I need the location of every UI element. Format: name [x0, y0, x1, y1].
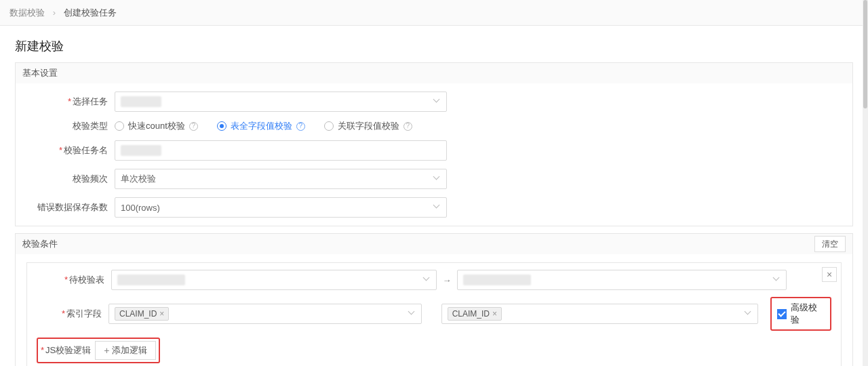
basic-settings-header: 基本设置	[16, 63, 852, 83]
advanced-check-highlight: 高级校验	[770, 297, 831, 331]
source-table-dropdown[interactable]	[111, 270, 437, 290]
task-name-input[interactable]	[115, 140, 447, 161]
frequency-dropdown[interactable]: 单次校验	[115, 169, 447, 189]
radio-icon	[217, 121, 226, 131]
remove-tag-icon[interactable]: ×	[492, 309, 497, 319]
label-check-type: 校验类型	[26, 120, 115, 132]
info-icon[interactable]: ?	[296, 122, 305, 131]
condition-header: 校验条件 清空	[16, 234, 852, 254]
radio-fast-count[interactable]: 快速count校验 ?	[115, 120, 198, 132]
plus-icon: +	[104, 346, 109, 355]
redacted-text	[121, 96, 161, 107]
chevron-down-icon	[424, 277, 431, 283]
save-rows-dropdown[interactable]: 100(rows)	[115, 197, 447, 218]
breadcrumb-current: 创建校验任务	[64, 7, 117, 18]
label-table-to-check: *待校验表	[37, 274, 111, 286]
condition-title: 校验条件	[22, 234, 58, 254]
chevron-down-icon	[434, 176, 441, 182]
chevron-down-icon	[434, 98, 441, 105]
radio-label: 表全字段值校验	[231, 120, 292, 132]
arrow-right-icon: →	[439, 275, 454, 285]
frequency-value: 单次校验	[121, 173, 156, 185]
redacted-text	[463, 274, 531, 285]
page-title: 新建校验	[0, 26, 868, 62]
chevron-down-icon	[409, 310, 416, 317]
label-save-rows: 错误数据保存条数	[26, 201, 115, 214]
add-logic-label: 添加逻辑	[112, 344, 147, 357]
save-rows-value: 100(rows)	[121, 203, 160, 213]
breadcrumb: 数据校验 › 创建校验任务	[0, 0, 868, 26]
index-tag: CLAIM_ID ×	[115, 307, 169, 321]
basic-settings-panel: 基本设置 *选择任务 校验类型 快速count校验	[15, 62, 853, 226]
radio-icon	[115, 121, 124, 131]
chevron-down-icon	[745, 310, 752, 317]
tag-label: CLAIM_ID	[452, 309, 490, 319]
radio-full-field[interactable]: 表全字段值校验 ?	[217, 120, 305, 132]
add-logic-button[interactable]: + 添加逻辑	[95, 341, 156, 360]
label-js-logic: *JS校验逻辑	[41, 344, 91, 357]
check-type-radio-group: 快速count校验 ? 表全字段值校验 ? 关联字段值校验 ?	[115, 120, 412, 132]
label-select-task: *选择任务	[26, 96, 115, 108]
chevron-right-icon: ›	[53, 7, 56, 18]
radio-label: 快速count校验	[128, 120, 185, 132]
radio-label: 关联字段值校验	[338, 120, 399, 132]
target-index-dropdown[interactable]: CLAIM_ID ×	[441, 304, 758, 324]
condition-block: × *待校验表 → *索引字段	[26, 262, 842, 366]
condition-panel: 校验条件 清空 × *待校验表 →	[15, 233, 853, 366]
label-index-field: *索引字段	[37, 308, 108, 320]
index-tag: CLAIM_ID ×	[448, 307, 502, 321]
radio-related-field[interactable]: 关联字段值校验 ?	[324, 120, 412, 132]
info-icon[interactable]: ?	[189, 122, 198, 131]
advanced-check-label: 高级校验	[791, 302, 825, 326]
clear-button[interactable]: 清空	[814, 236, 846, 252]
radio-icon	[324, 121, 334, 131]
target-table-dropdown[interactable]	[457, 270, 787, 290]
close-condition-button[interactable]: ×	[822, 267, 837, 282]
remove-tag-icon[interactable]: ×	[159, 309, 164, 319]
info-icon[interactable]: ?	[403, 122, 412, 131]
chevron-down-icon	[434, 204, 441, 211]
advanced-check-checkbox[interactable]	[777, 309, 787, 319]
chevron-down-icon	[774, 277, 781, 283]
breadcrumb-root[interactable]: 数据校验	[9, 7, 45, 18]
tag-label: CLAIM_ID	[119, 309, 157, 319]
label-frequency: 校验频次	[26, 173, 115, 185]
scrollbar[interactable]	[863, 0, 868, 366]
basic-settings-title: 基本设置	[22, 63, 58, 83]
close-icon: ×	[827, 270, 832, 279]
label-task-name: *校验任务名	[26, 144, 115, 157]
redacted-text	[117, 274, 185, 285]
redacted-text	[121, 145, 161, 156]
js-logic-highlight: *JS校验逻辑 + 添加逻辑	[37, 338, 160, 363]
source-index-dropdown[interactable]: CLAIM_ID ×	[108, 304, 422, 324]
select-task-dropdown[interactable]	[115, 92, 447, 112]
